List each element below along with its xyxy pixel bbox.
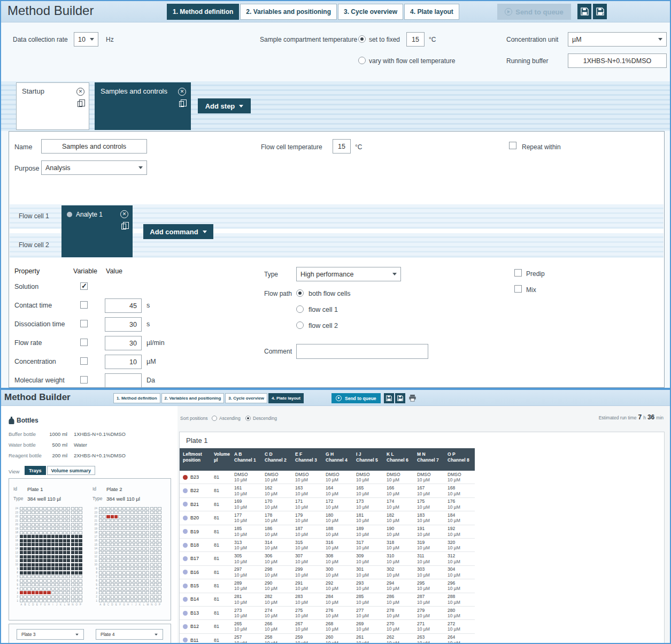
variable-checkbox[interactable] [80,301,88,309]
well [35,559,38,562]
sort-ascending-radio[interactable] [212,416,217,421]
save-button[interactable] [577,4,591,19]
well [146,563,149,566]
print-button[interactable] [408,394,417,404]
vary-with-flow-cell-radio[interactable] [358,57,366,64]
variable-checkbox[interactable] [80,376,88,384]
table-row[interactable]: B168129710 µM29810 µM29910 µM30010 µM301… [180,566,475,579]
variable-checkbox[interactable] [80,357,88,365]
table-row[interactable]: B138127310 µM27410 µM27510 µM27610 µM277… [180,607,475,620]
nav-tab-4-plate-layout[interactable]: 4. Plate layout [404,4,459,20]
predip-checkbox[interactable] [514,269,522,277]
table-row[interactable]: B148128110 µM28210 µM28310 µM28410 µM285… [180,593,475,607]
step-tab-samples-and-controls[interactable]: Samples and controls [95,82,191,130]
step-name-input[interactable]: Samples and controls [41,139,147,154]
table-row[interactable]: B228116110 µM16210 µM16310 µM16410 µM165… [180,484,475,497]
well [32,559,35,562]
well [55,583,58,586]
well [111,527,114,530]
variable-checkbox[interactable] [80,339,88,346]
nav-tab-3-cycle-overview[interactable]: 3. Cycle overview [225,393,267,403]
copy-step-icon[interactable] [179,101,184,107]
table-row[interactable]: B128126510 µM26610 µM26710 µM26810 µM269… [180,620,475,633]
table-row[interactable]: B2381DMSO10 µMDMSO10 µMDMSO10 µMDMSO10 µ… [180,471,475,484]
nav-tab-2-variables-and-positioning[interactable]: 2. Variables and positioning [240,4,337,20]
well [63,523,66,526]
well [20,523,23,526]
nav-tab-4-plate-layout[interactable]: 4. Plate layout [268,393,304,403]
repeat-within-checkbox[interactable] [509,142,516,149]
table-row[interactable]: B178130510 µM30610 µM30710 µM30810 µM309… [180,552,475,565]
well [71,531,74,534]
well [47,587,50,591]
well [32,563,35,566]
close-step-icon[interactable] [76,88,84,96]
type-select[interactable]: High performance [296,267,401,281]
flow-path-option[interactable]: flow cell 1 [296,305,351,321]
fixed-temp-input[interactable]: 15 [406,32,425,47]
step-tab-startup[interactable]: Startup [16,82,89,130]
flow-path-option[interactable]: flow cell 2 [296,321,351,338]
table-row[interactable]: B118125710 µM25810 µM25910 µM26010 µM261… [180,634,475,644]
nav-tab-3-cycle-overview[interactable]: 3. Cycle overview [338,4,403,20]
mix-checkbox[interactable] [514,285,522,293]
variable-checkbox[interactable] [80,320,88,327]
flow-path-radio[interactable] [296,289,304,297]
comment-input[interactable] [296,344,428,359]
variable-checkbox[interactable] [80,282,88,290]
value-input[interactable] [105,373,142,388]
send-to-queue-button[interactable]: Send to queue [331,393,381,403]
flow-path-option[interactable]: both flow cells [296,289,351,305]
save-as-button[interactable] [593,4,607,19]
table-row[interactable]: B158128910 µM29010 µM29110 µM29210 µM293… [180,579,475,593]
well-col-label: G [43,603,47,607]
add-step-button[interactable]: Add step [198,98,251,113]
nav-tab-2-variables-and-positioning[interactable]: 2. Variables and positioning [161,393,225,403]
add-command-label: Add command [150,228,198,236]
value-input[interactable]: 45 [105,298,142,313]
add-command-button[interactable]: Add command [143,224,213,239]
view-tab-trays[interactable]: Trays [25,466,46,475]
data-collection-rate-select[interactable]: 10 [74,32,98,47]
value-input[interactable]: 10 [105,355,142,369]
copy-command-icon[interactable] [121,224,126,229]
well [154,535,157,538]
nav-tab-1-method-definition[interactable]: 1. Method definition [113,393,160,403]
plate-4-selector[interactable]: Plate 4 [96,629,163,640]
flow-path-radio[interactable] [296,305,304,313]
view-tab-volume-summary[interactable]: Volume summary [47,466,95,475]
well [75,579,78,582]
table-row[interactable]: B218116910 µM17010 µM17110 µM17210 µM173… [180,498,475,511]
purpose-select[interactable]: Analysis [41,160,147,175]
save-as-button[interactable] [395,393,405,403]
set-to-fixed-radio[interactable] [358,35,366,43]
flow-path-option-label: flow cell 1 [308,305,338,313]
value-input[interactable]: 30 [105,317,142,332]
well [43,555,47,558]
value-unit: s [146,302,150,309]
well-row-label: 10 [92,563,98,567]
nav-tab-1-method-definition[interactable]: 1. Method definition [167,4,239,20]
well [150,519,153,522]
running-buffer-input[interactable]: 1XHBS-N+0.1%DMSO [568,53,667,68]
well [32,587,35,591]
flow-cell-temp-input[interactable]: 15 [333,139,351,154]
command-tab-analyte-1[interactable]: Analyte 1 [61,205,133,257]
send-to-queue-button[interactable]: Send to queue [497,4,571,20]
table-row[interactable]: B188131310 µM31410 µM31510 µM31610 µM317… [180,539,475,552]
well [67,531,70,534]
well [39,539,42,542]
flow-path-radio[interactable] [296,321,304,329]
copy-step-icon[interactable] [78,101,82,107]
close-command-icon[interactable] [120,210,128,218]
table-row[interactable]: B198118510 µM18610 µM18710 µM18810 µM189… [180,525,475,539]
plate-3-selector[interactable]: Plate 3 [17,629,84,640]
save-button[interactable] [384,393,394,403]
value-input[interactable]: 30 [105,336,142,350]
sort-descending-radio[interactable] [245,416,251,421]
well [79,555,82,558]
table-row[interactable]: B208117710 µM17810 µM17910 µM18010 µM181… [180,511,475,525]
column-header: C DChannel 2 [261,448,292,471]
close-step-icon[interactable] [178,88,186,96]
concentration-unit-select[interactable]: µM [568,32,667,47]
